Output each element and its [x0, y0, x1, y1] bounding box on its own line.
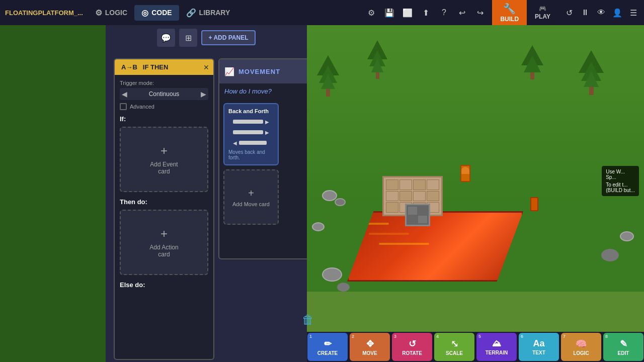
- rock-1: [322, 190, 337, 201]
- text-num: 6: [521, 334, 523, 339]
- cards-area: A→B IF THEN ✕ Trigger mode: ◀ Continuous…: [106, 50, 307, 362]
- code-nav-btn[interactable]: ◎ CODE: [134, 5, 179, 21]
- window-icon[interactable]: ⬜: [399, 5, 416, 21]
- arrow-row-2: ▶: [233, 130, 269, 135]
- play-gamepad-icon: 🎮: [539, 5, 546, 12]
- text-tool-button[interactable]: 6 Aa TEXT: [519, 333, 559, 361]
- ab-icon: A→B: [119, 62, 140, 72]
- else-label: Else do:: [120, 281, 208, 289]
- logic-nav-btn[interactable]: ⚙ LOGIC: [88, 5, 134, 21]
- lava-line-2: [369, 233, 409, 235]
- play-button[interactable]: 🎮 PLAY: [527, 0, 558, 25]
- upload-icon[interactable]: ⬆: [418, 5, 434, 21]
- person-icon[interactable]: 👤: [610, 5, 625, 20]
- arrow-row-1: ▶: [233, 119, 269, 125]
- back-and-forth-card[interactable]: Back and Forth ▶ ▶ ◀: [223, 103, 279, 165]
- trigger-nav: ◀ Continuous ▶: [120, 88, 208, 100]
- tree-4: [521, 45, 543, 79]
- arrow-left-icon: ◀: [233, 140, 237, 146]
- redo-icon[interactable]: ↪: [472, 5, 488, 21]
- library-btn[interactable]: 🔗 LIBRARY: [179, 5, 237, 21]
- ground: [307, 292, 644, 332]
- tooltip-line1: Use W...: [606, 169, 635, 174]
- advanced-row: Advanced: [120, 103, 208, 110]
- logic-tool-button[interactable]: 7 🧠 LOGIC: [561, 333, 601, 361]
- scale-icon: ⤡: [451, 338, 458, 349]
- add-event-card[interactable]: + Add Eventcard: [120, 127, 208, 192]
- advanced-label: Advanced: [130, 104, 154, 110]
- eye-icon[interactable]: 👁: [594, 5, 609, 20]
- tree-1: [317, 55, 339, 97]
- arrow-bar-4: [239, 141, 267, 145]
- lava-line-3: [379, 243, 429, 245]
- move-label: MOVE: [362, 350, 377, 356]
- scale-num: 4: [436, 334, 439, 339]
- rock-6: [322, 267, 342, 282]
- back-and-forth-visual: ▶ ▶ ◀: [228, 117, 274, 147]
- movement-panel: 📈 MOVEMENT ✕ How do I move? Back and For…: [218, 58, 307, 259]
- add-move-card[interactable]: + Add Move card: [223, 169, 279, 225]
- scale-label: SCALE: [446, 350, 463, 356]
- chat-btn[interactable]: 💬: [157, 29, 175, 47]
- edit-tool-button[interactable]: 8 ✎ EDIT: [603, 333, 643, 361]
- logic-tool-wrapper: 7 🧠 LOGIC: [561, 333, 601, 361]
- terrain-label: TERRAIN: [486, 350, 508, 355]
- create-icon: ✏: [324, 338, 332, 349]
- add-panel-button[interactable]: + ADD PANEL: [201, 30, 255, 45]
- trigger-label: Trigger mode:: [120, 80, 208, 86]
- help-icon[interactable]: ?: [436, 5, 452, 21]
- stone-tile-4: [427, 179, 439, 190]
- move-tool-button[interactable]: 2 ✥ MOVE: [350, 333, 390, 361]
- settings-icon[interactable]: ⚙: [363, 5, 379, 21]
- menu-icon[interactable]: ☰: [626, 5, 641, 20]
- rotate-tool-wrapper: 3 ↺ ROTATE: [392, 333, 432, 361]
- terrain-tool-button[interactable]: 5 ⛰ TERRAIN: [476, 333, 517, 361]
- rotate-num: 3: [394, 334, 396, 339]
- focus-btn[interactable]: ⊞: [179, 29, 197, 47]
- arrow-right-icon: ▶: [265, 119, 269, 125]
- add-move-label: Add Move card: [232, 201, 270, 207]
- pause-icon[interactable]: ⏸: [578, 5, 593, 20]
- character-2: [530, 197, 538, 211]
- add-action-card[interactable]: + Add Actioncard: [120, 210, 208, 275]
- rock-2: [335, 198, 346, 206]
- rotate-tool-button[interactable]: 3 ↺ ROTATE: [392, 333, 432, 361]
- arrow-bar-1: [233, 120, 263, 124]
- refresh-icon[interactable]: ↺: [561, 5, 577, 20]
- edit-label: EDIT: [618, 350, 629, 356]
- advanced-checkbox[interactable]: [120, 103, 127, 110]
- stone-tile-7: [413, 191, 426, 202]
- top-bar: FLOATINGPLATFORM_... ⚙ LOGIC ◎ CODE 🔗 LI…: [0, 0, 644, 25]
- stone-tile-1: [386, 179, 398, 190]
- trash-button[interactable]: 🗑: [302, 313, 314, 327]
- terrain-tool-wrapper: 5 ⛰ TERRAIN: [476, 333, 517, 361]
- move-num: 2: [352, 334, 354, 339]
- add-move-plus-icon: +: [248, 188, 254, 199]
- move-tool-wrapper: 2 ✥ MOVE: [350, 333, 390, 361]
- movement-question: How do I move?: [219, 83, 307, 99]
- stone-block-2: [418, 207, 427, 215]
- rotate-icon: ↺: [409, 338, 416, 349]
- if-label: If:: [120, 115, 208, 123]
- create-tool-button[interactable]: 1 ✏ CREATE: [307, 333, 348, 361]
- tree-2: [367, 40, 387, 79]
- edit-num: 8: [605, 334, 608, 339]
- trigger-prev-btn[interactable]: ◀: [122, 90, 127, 98]
- undo-icon[interactable]: ↩: [454, 5, 470, 21]
- trigger-next-btn[interactable]: ▶: [201, 90, 206, 98]
- move-icon: ✥: [366, 338, 374, 349]
- save-icon[interactable]: 💾: [381, 5, 397, 21]
- text-icon: Aa: [533, 338, 544, 349]
- if-then-close-button[interactable]: ✕: [203, 63, 209, 71]
- stone-block-1: [408, 207, 417, 215]
- build-button[interactable]: 🔧 BUILD: [492, 0, 527, 25]
- terrain-icon: ⛰: [492, 338, 501, 349]
- character-head: [461, 167, 469, 174]
- scale-tool-button[interactable]: 4 ⤡ SCALE: [434, 333, 474, 361]
- terrain-num: 5: [478, 334, 481, 339]
- arrow-bar-3: ▶: [265, 130, 269, 135]
- stone-tile-5: [386, 191, 398, 202]
- ctrl-icons: ↺ ⏸ 👁 👤 ☰: [558, 5, 644, 20]
- if-then-panel: A→B IF THEN ✕ Trigger mode: ◀ Continuous…: [114, 58, 214, 360]
- stone-block: [405, 204, 430, 226]
